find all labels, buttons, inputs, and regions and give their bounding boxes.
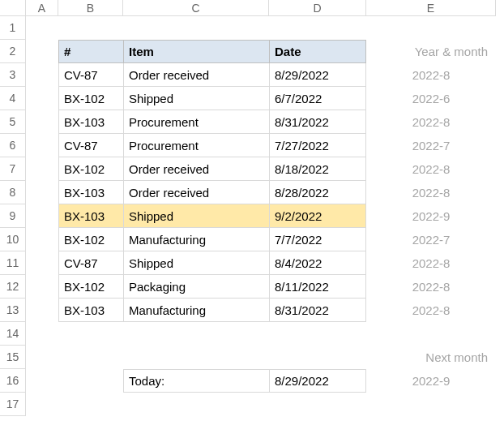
table-row-year-month: 2022-8 — [366, 110, 496, 134]
table-header-date[interactable]: Date — [269, 40, 366, 63]
table-row-year-month: 2022-7 — [366, 134, 496, 157]
table-header-item[interactable]: Item — [123, 40, 269, 63]
table-row-num[interactable]: BX-102 — [58, 157, 123, 181]
row-header-8[interactable]: 8 — [0, 181, 26, 204]
table-row-item[interactable]: Manufacturing — [123, 299, 269, 322]
row-header-14[interactable]: 14 — [0, 322, 26, 346]
table-row-year-month: 2022-8 — [366, 299, 496, 322]
col-header-A[interactable]: A — [26, 0, 58, 16]
row-header-3[interactable]: 3 — [0, 63, 26, 87]
table-row-item[interactable]: Procurement — [123, 110, 269, 134]
row-header-15[interactable]: 15 — [0, 346, 26, 369]
table-row-date[interactable]: 7/7/2022 — [269, 228, 366, 251]
table-row-item[interactable]: Order received — [123, 157, 269, 181]
table-row-num[interactable]: BX-102 — [58, 275, 123, 299]
next-month-value: 2022-9 — [366, 369, 496, 393]
row-header-17[interactable]: 17 — [0, 393, 26, 416]
table-row-date[interactable]: 8/18/2022 — [269, 157, 366, 181]
row-header-2[interactable]: 2 — [0, 40, 26, 63]
select-all-corner[interactable] — [0, 0, 26, 16]
table-row-num[interactable]: CV-87 — [58, 251, 123, 275]
table-row-item[interactable]: Shipped — [123, 251, 269, 275]
aux-header-year-month: Year & month — [366, 40, 496, 63]
table-row-year-month: 2022-8 — [366, 157, 496, 181]
table-row-date[interactable]: 8/31/2022 — [269, 110, 366, 134]
table-row-year-month: 2022-8 — [366, 251, 496, 275]
table-row-year-month: 2022-8 — [366, 181, 496, 204]
table-row-date[interactable]: 8/31/2022 — [269, 299, 366, 322]
row-header-4[interactable]: 4 — [0, 87, 26, 110]
row-header-16[interactable]: 16 — [0, 369, 26, 393]
table-row-item[interactable]: Packaging — [123, 275, 269, 299]
table-row-year-month: 2022-9 — [366, 204, 496, 228]
row-header-13[interactable]: 13 — [0, 299, 26, 322]
table-row-date[interactable]: 8/4/2022 — [269, 251, 366, 275]
table-row-date[interactable]: 6/7/2022 — [269, 87, 366, 110]
table-row-num[interactable]: CV-87 — [58, 134, 123, 157]
table-row-date[interactable]: 8/11/2022 — [269, 275, 366, 299]
col-header-D[interactable]: D — [269, 0, 366, 16]
table-row-item[interactable]: Shipped — [123, 204, 269, 228]
row-header-1[interactable]: 1 — [0, 16, 26, 40]
today-label[interactable]: Today: — [123, 369, 269, 393]
today-value[interactable]: 8/29/2022 — [269, 369, 366, 393]
spreadsheet-grid[interactable]: ABCDE1234567891011121314151617#ItemDateY… — [0, 0, 504, 421]
row-header-5[interactable]: 5 — [0, 110, 26, 134]
table-row-num[interactable]: BX-103 — [58, 204, 123, 228]
table-row-num[interactable]: CV-87 — [58, 63, 123, 87]
table-row-date[interactable]: 8/29/2022 — [269, 63, 366, 87]
table-row-item[interactable]: Manufacturing — [123, 228, 269, 251]
table-row-item[interactable]: Procurement — [123, 134, 269, 157]
table-row-num[interactable]: BX-103 — [58, 110, 123, 134]
row-header-9[interactable]: 9 — [0, 204, 26, 228]
row-header-12[interactable]: 12 — [0, 275, 26, 299]
table-row-num[interactable]: BX-103 — [58, 299, 123, 322]
table-header-num[interactable]: # — [58, 40, 123, 63]
row-header-7[interactable]: 7 — [0, 157, 26, 181]
table-row-item[interactable]: Shipped — [123, 87, 269, 110]
table-row-num[interactable]: BX-102 — [58, 87, 123, 110]
row-header-6[interactable]: 6 — [0, 134, 26, 157]
table-row-num[interactable]: BX-102 — [58, 228, 123, 251]
table-row-year-month: 2022-7 — [366, 228, 496, 251]
row-header-10[interactable]: 10 — [0, 228, 26, 251]
table-row-date[interactable]: 8/28/2022 — [269, 181, 366, 204]
table-row-item[interactable]: Order received — [123, 63, 269, 87]
col-header-B[interactable]: B — [58, 0, 123, 16]
col-header-C[interactable]: C — [123, 0, 269, 16]
table-row-year-month: 2022-8 — [366, 63, 496, 87]
table-row-date[interactable]: 9/2/2022 — [269, 204, 366, 228]
row-header-11[interactable]: 11 — [0, 251, 26, 275]
table-row-year-month: 2022-6 — [366, 87, 496, 110]
table-row-num[interactable]: BX-103 — [58, 181, 123, 204]
table-row-year-month: 2022-8 — [366, 275, 496, 299]
next-month-label: Next month — [366, 346, 496, 369]
table-row-item[interactable]: Order received — [123, 181, 269, 204]
col-header-E[interactable]: E — [366, 0, 496, 16]
table-row-date[interactable]: 7/27/2022 — [269, 134, 366, 157]
